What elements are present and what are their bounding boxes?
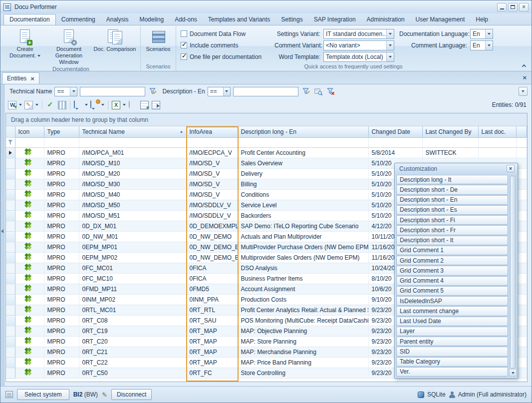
- systems-list-icon[interactable]: [5, 391, 13, 398]
- scroll-down-button[interactable]: [510, 369, 516, 376]
- combo-dropdown-button[interactable]: [223, 87, 230, 96]
- column-header-icon[interactable]: Icon: [15, 126, 44, 137]
- column-header-description-long-en[interactable]: Description long - En: [238, 126, 368, 137]
- combo-comment-variant[interactable]: <No variant>: [323, 40, 394, 50]
- customization-item-description-short-de[interactable]: Description short - De: [396, 185, 508, 194]
- minimize-button[interactable]: [497, 3, 507, 11]
- customization-item-description-short-en[interactable]: Description short - En: [396, 195, 508, 205]
- combo-dropdown-button[interactable]: [386, 41, 394, 50]
- tab-entities[interactable]: Entities ×: [2, 72, 39, 84]
- checkbox-one-file-per-documentation[interactable]: One file per documentation: [181, 51, 269, 62]
- menu-tab-modeling[interactable]: Modeling: [134, 14, 169, 25]
- filter-cell[interactable]: [238, 137, 368, 147]
- checkbox-box[interactable]: [181, 53, 187, 60]
- combo-settings-variant[interactable]: IT standard documen...: [323, 29, 394, 39]
- menu-tab-user-management[interactable]: User Management: [410, 14, 471, 25]
- export-word-button[interactable]: [7, 99, 22, 110]
- collapsed-side-panel[interactable]: [0, 84, 4, 386]
- disconnect-button[interactable]: Disconnect: [111, 389, 152, 400]
- customization-item-description-short-fr[interactable]: Description short - Fr: [396, 225, 508, 235]
- ribbon-collapse-button[interactable]: [520, 62, 528, 69]
- scrollbar-thumb[interactable]: [510, 176, 516, 369]
- maximize-button[interactable]: [508, 3, 518, 11]
- combo-dropdown-button[interactable]: [485, 29, 493, 38]
- checkbox-document-data-flow[interactable]: Document Data Flow: [181, 28, 269, 39]
- customization-item-layer[interactable]: Layer: [396, 327, 508, 336]
- column-header-last-changed-by[interactable]: Last Changed By: [422, 126, 478, 137]
- customization-item-parent-entity[interactable]: Parent entity: [396, 337, 508, 346]
- filter-funnel-button-technical-name[interactable]: [148, 86, 158, 97]
- menu-tab-administration[interactable]: Administration: [361, 14, 410, 25]
- menu-tab-commenting[interactable]: Commenting: [56, 14, 101, 25]
- preview-button[interactable]: [128, 99, 138, 110]
- filter-funnel-button-description-en[interactable]: [301, 86, 311, 97]
- document-generation-window-button[interactable]: Document Generation Window: [47, 26, 91, 66]
- table-add-button[interactable]: [139, 99, 149, 110]
- validate-button[interactable]: [45, 99, 55, 110]
- operator-combo-description-en[interactable]: ==: [208, 87, 231, 96]
- customization-item-grid-comment-5[interactable]: Grid Comment 5: [396, 286, 508, 296]
- filter-cell[interactable]: [44, 137, 79, 147]
- grid-filter-row[interactable]: [6, 137, 527, 147]
- filter-cell[interactable]: [478, 137, 516, 147]
- customization-item-grid-comment-3[interactable]: Grid Comment 3: [396, 266, 508, 275]
- combo-documentation-language[interactable]: En: [470, 29, 493, 39]
- customization-item-grid-comment-2[interactable]: Grid Comment 2: [396, 256, 508, 265]
- combo-dropdown-button[interactable]: [70, 87, 77, 96]
- customization-item-sid[interactable]: SID: [396, 347, 508, 356]
- combo-dropdown-button[interactable]: [485, 41, 493, 50]
- user-label[interactable]: Admin (Full administrator): [458, 391, 527, 398]
- customization-item-last-comment-change[interactable]: Last comment change: [396, 306, 508, 316]
- menu-tab-sap-integration[interactable]: SAP Integration: [308, 14, 361, 25]
- filter-cell[interactable]: [516, 137, 527, 147]
- combo-dropdown-button[interactable]: [386, 52, 394, 61]
- filter-input-technical-name[interactable]: [80, 87, 145, 96]
- filter-panel-chevron-button[interactable]: [519, 87, 528, 96]
- create-document-button[interactable]: + Create Document.: [3, 26, 47, 66]
- customization-item-description-short-es[interactable]: Description short - Es: [396, 205, 508, 215]
- customization-item-description-long-it[interactable]: Description long - It: [396, 175, 508, 184]
- table-row[interactable]: MPRO/IMO/PCA_M01/IMO/ECPCA_VProfit Cente…: [6, 147, 527, 158]
- comments-button[interactable]: [73, 99, 88, 110]
- scenarios-button[interactable]: Scenarios: [142, 26, 174, 63]
- filter-row-indicator[interactable]: [6, 137, 15, 147]
- clear-filter-button[interactable]: [326, 86, 336, 97]
- checkbox-box[interactable]: [181, 30, 187, 37]
- filter-cell[interactable]: [422, 137, 478, 147]
- menu-tab-documentation[interactable]: Documentation: [3, 14, 56, 25]
- customization-item-last-used-date[interactable]: Last Used Date: [396, 317, 508, 326]
- customization-item-grid-comment-1[interactable]: Grid Comment 1: [396, 246, 508, 255]
- filter-cell[interactable]: [186, 137, 238, 147]
- column-header-technical-name[interactable]: Technical Name▲: [79, 126, 186, 137]
- menu-tab-settings[interactable]: Settings: [275, 14, 308, 25]
- menu-tab-analysis[interactable]: Analysis: [101, 14, 134, 25]
- doc-comparison-button[interactable]: Doc. Comparison: [91, 26, 139, 66]
- combo-dropdown-button[interactable]: [386, 29, 394, 38]
- panel-close-icon[interactable]: ×: [523, 74, 527, 81]
- checkbox-include-comments[interactable]: Include comments: [181, 40, 269, 50]
- menu-tab-help[interactable]: Help: [470, 14, 494, 25]
- customization-item-description-short-fi[interactable]: Description short - Fi: [396, 215, 508, 225]
- customization-close-button[interactable]: ×: [507, 165, 515, 172]
- export-document-button[interactable]: [24, 99, 39, 110]
- operator-combo-technical-name[interactable]: ==: [54, 87, 77, 96]
- column-header-type[interactable]: Type: [44, 126, 79, 137]
- filter-cell[interactable]: [79, 137, 186, 147]
- customization-titlebar[interactable]: Customization ×: [395, 163, 518, 174]
- filter-cell[interactable]: [15, 137, 44, 147]
- customization-item-table-category[interactable]: Table Category: [396, 357, 508, 367]
- table-open-button[interactable]: [151, 99, 161, 110]
- comment-sync-button[interactable]: [90, 99, 105, 110]
- export-excel-button[interactable]: [111, 99, 126, 110]
- tab-close-icon[interactable]: ×: [30, 75, 34, 82]
- menu-tab-add-ons[interactable]: Add-ons: [169, 14, 203, 25]
- edit-system-icon[interactable]: ✎: [102, 391, 107, 399]
- customization-scrollbar[interactable]: [509, 175, 517, 377]
- select-system-button[interactable]: Select system: [17, 389, 69, 400]
- customization-item-isdeletedinsap[interactable]: IsDeletedInSAP: [396, 296, 508, 306]
- customization-item-ver[interactable]: Ver.: [396, 367, 508, 377]
- column-header-infoarea[interactable]: InfoArea: [186, 126, 238, 137]
- combo-comment-language[interactable]: En: [470, 40, 493, 50]
- checkbox-box[interactable]: [181, 42, 187, 48]
- column-header-changed-date[interactable]: Changed Date: [368, 126, 422, 137]
